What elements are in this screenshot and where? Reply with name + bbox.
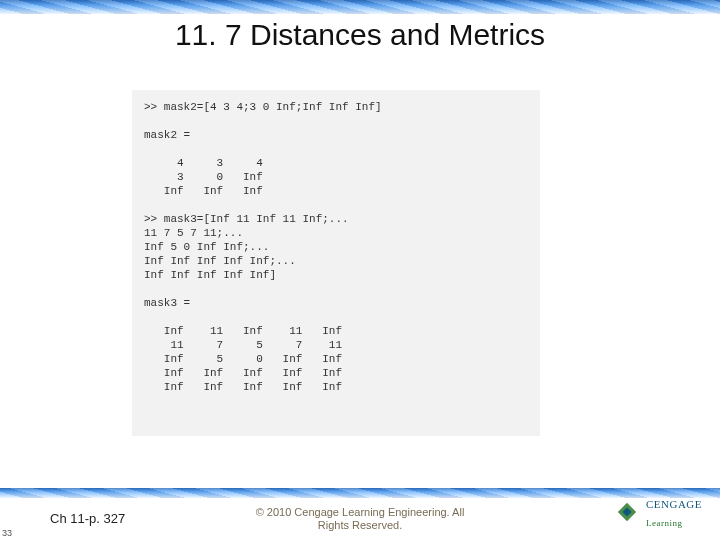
copyright-text: © 2010 Cengage Learning Engineering. All… — [0, 506, 720, 532]
top-decoration — [0, 0, 720, 14]
brand-logo-block: CENGAGE Learning — [616, 494, 702, 530]
bottom-decoration — [0, 488, 720, 498]
brand-text: CENGAGE Learning — [646, 494, 702, 530]
slide: 11. 7 Distances and Metrics >> mask2=[4 … — [0, 0, 720, 540]
code-block: >> mask2=[4 3 4;3 0 Inf;Inf Inf Inf] mas… — [132, 90, 540, 436]
slide-title: 11. 7 Distances and Metrics — [0, 18, 720, 52]
footer: 33 Ch 11-p. 327 © 2010 Cengage Learning … — [0, 498, 720, 540]
cengage-logo-icon — [616, 501, 638, 523]
